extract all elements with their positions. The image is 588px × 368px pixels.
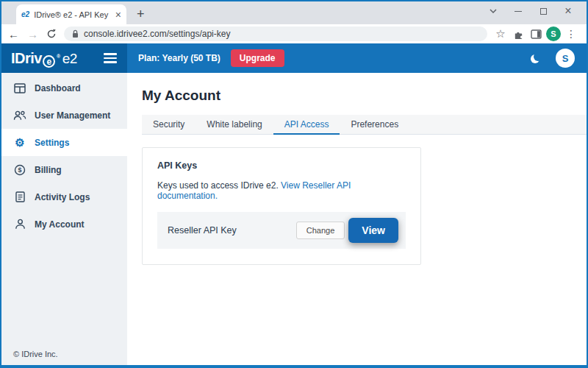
- browser-toolbar: ← → console.idrivee2.com/settings/api-ke…: [1, 24, 587, 43]
- billing-icon: $: [13, 164, 26, 176]
- reseller-api-key-row: Reseller API Key Change View: [157, 212, 406, 249]
- dark-mode-moon-icon[interactable]: [534, 52, 542, 61]
- change-button[interactable]: Change: [296, 222, 345, 239]
- back-icon[interactable]: ←: [8, 29, 19, 40]
- api-keys-card: API Keys Keys used to access IDrive e2. …: [142, 147, 421, 265]
- logo-block: IDrive®e2: [1, 43, 127, 73]
- user-icon: [13, 219, 26, 230]
- sidebar-item-label: User Management: [35, 110, 110, 121]
- copyright-text: © IDrive Inc.: [13, 350, 58, 358]
- window-controls: ×: [481, 1, 581, 21]
- tab-search-chevron-icon[interactable]: [481, 1, 506, 21]
- side-panel-icon[interactable]: [527, 25, 545, 43]
- sidebar-item-dashboard[interactable]: Dashboard: [1, 74, 127, 102]
- sidebar-item-activity-logs[interactable]: Activity Logs: [1, 183, 127, 210]
- card-description-text: Keys used to access IDrive e2.: [157, 180, 281, 191]
- sidebar-item-label: My Account: [35, 219, 85, 230]
- extensions-icon[interactable]: [509, 25, 527, 43]
- card-title: API Keys: [157, 160, 406, 171]
- minimize-button[interactable]: [506, 1, 531, 21]
- forward-icon[interactable]: →: [27, 29, 38, 40]
- users-icon: [13, 110, 26, 121]
- tab-security[interactable]: Security: [142, 115, 196, 135]
- reload-icon[interactable]: [46, 29, 57, 39]
- sidebar-item-my-account[interactable]: My Account: [1, 210, 127, 238]
- sidebar-item-label: Activity Logs: [35, 192, 90, 202]
- sidebar-item-billing[interactable]: $ Billing: [1, 156, 127, 183]
- bookmark-star-icon[interactable]: ☆: [492, 25, 509, 43]
- close-icon: ×: [564, 5, 571, 17]
- activity-logs-icon: [13, 191, 26, 202]
- gear-icon: ⚙: [13, 137, 26, 148]
- dashboard-icon: [13, 83, 26, 93]
- browser-tab[interactable]: e2 IDrive® e2 - API Key ×: [16, 4, 126, 24]
- account-avatar[interactable]: S: [556, 49, 575, 68]
- header-right: S: [532, 49, 587, 68]
- tab-preferences[interactable]: Preferences: [340, 115, 409, 135]
- plan-label: Plan: Yearly (50 TB): [138, 53, 220, 63]
- main-content: My Account Security White labeling API A…: [127, 73, 587, 365]
- upgrade-button[interactable]: Upgrade: [231, 49, 284, 67]
- body-row: Dashboard User Management ⚙ Settings $ B…: [1, 73, 587, 365]
- sidebar-item-label: Settings: [35, 138, 69, 148]
- sidebar-item-settings[interactable]: ⚙ Settings: [1, 129, 127, 156]
- close-tab-icon[interactable]: ×: [115, 10, 121, 20]
- sidebar-item-user-management[interactable]: User Management: [1, 102, 127, 129]
- browser-tab-strip: e2 IDrive® e2 - API Key × + ×: [1, 1, 587, 24]
- maximize-button[interactable]: [531, 1, 556, 21]
- url-text: console.idrivee2.com/settings/api-key: [84, 29, 230, 39]
- tab-title: IDrive® e2 - API Key: [34, 10, 115, 19]
- browser-profile-avatar[interactable]: S: [545, 25, 562, 43]
- card-description: Keys used to access IDrive e2. View Rese…: [157, 180, 406, 201]
- idrive-e2-logo[interactable]: IDrive®e2: [11, 50, 77, 67]
- view-button[interactable]: View: [348, 218, 398, 243]
- favicon-e2: e2: [21, 10, 29, 18]
- app-header: IDrive®e2 Plan: Yearly (50 TB) Upgrade S: [1, 43, 587, 73]
- close-window-button[interactable]: ×: [556, 1, 581, 21]
- tab-white-labeling[interactable]: White labeling: [196, 115, 273, 135]
- browser-menu-icon[interactable]: ⋮: [562, 25, 580, 43]
- hamburger-menu-icon[interactable]: [104, 53, 117, 63]
- sidebar-item-label: Dashboard: [35, 83, 81, 93]
- page-title: My Account: [142, 88, 587, 104]
- browser-window: e2 IDrive® e2 - API Key × + × ← → consol…: [0, 0, 588, 368]
- new-tab-button[interactable]: +: [137, 7, 145, 21]
- svg-text:$: $: [18, 166, 21, 174]
- lock-icon: [71, 29, 79, 38]
- account-tab-bar: Security White labeling API Access Prefe…: [142, 115, 587, 135]
- sidebar-item-label: Billing: [35, 165, 62, 175]
- tab-api-access[interactable]: API Access: [273, 115, 340, 135]
- sidebar: Dashboard User Management ⚙ Settings $ B…: [1, 73, 127, 365]
- reseller-api-key-label: Reseller API Key: [168, 225, 296, 236]
- address-bar[interactable]: console.idrivee2.com/settings/api-key: [64, 26, 487, 41]
